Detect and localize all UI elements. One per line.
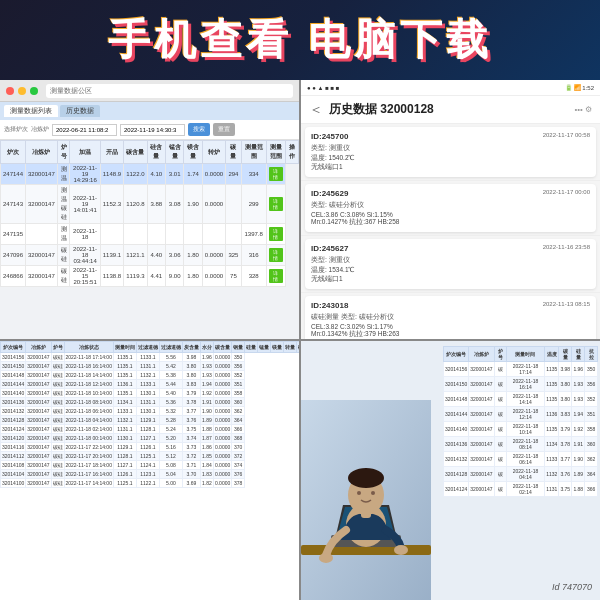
- table-row: 3201414032000147碳硅2022-11-18 10:14:00113…: [1, 389, 300, 398]
- id-text: Id 747070: [552, 582, 592, 592]
- table-row: 3201411632000147碳硅2022-11-17 22:14:00112…: [1, 443, 300, 452]
- person-table-view: 炉次编号冶炼炉炉号测量时间温度碳量硅量抗拉 3201415632000147碳2…: [301, 341, 600, 600]
- status-right: 🔋 📶 1:52: [565, 84, 594, 91]
- browser-dot-yellow: [18, 87, 26, 95]
- table-row: 3201410432000147碳硅2022-11-17 16:14:00112…: [1, 470, 300, 479]
- phone-header: ＜ 历史数据 32000128 ••• ⚙: [301, 96, 600, 124]
- table-row: 3201414832000147碳2022-11-18 14:1411353.8…: [444, 392, 598, 407]
- br-data-table: 炉次编号冶炼炉炉号测量时间温度碳量硅量抗拉 3201415632000147碳2…: [443, 346, 598, 497]
- table-row: 3201413632000147碳2022-11-18 08:1411343.7…: [444, 437, 598, 452]
- record-data2: 无线端口1: [311, 275, 590, 284]
- record-data1: 温度: 1540.2℃: [311, 154, 590, 163]
- phone-record-item[interactable]: ID:245629 2022-11-17 00:00 类型: 碳硅分析仪 CEL…: [305, 184, 596, 232]
- record-date: 2022-11-13 08:15: [543, 301, 590, 310]
- detail-button[interactable]: 详情: [269, 167, 284, 181]
- table-row: 3201414432000147碳硅2022-11-18 12:14:00113…: [1, 380, 300, 389]
- large-data-table-view: 炉次编号冶炼炉炉号冶炼状态测量时间过滤道德过滤道德炭含量水分碳含量钢量硅量锰量镁…: [0, 341, 299, 600]
- record-date: 2022-11-17 00:00: [543, 189, 590, 198]
- person-image: [301, 400, 431, 600]
- back-button[interactable]: ＜: [309, 101, 323, 119]
- record-data2: Mn:0.1342% 抗拉:379 HB:263: [311, 330, 590, 339]
- phone-header-icons: ••• ⚙: [574, 105, 592, 114]
- table-header-row: 炉次冶炼炉炉号加温开品碳含量硅含量锰含量镁含量转炉碳量测量范围测量范围操作: [1, 141, 299, 164]
- table-row: 3201410832000147碳硅2022-11-17 18:14:00112…: [1, 461, 300, 470]
- tab-history[interactable]: 历史数据: [60, 105, 100, 117]
- table-row: 3201414832000147碳硅2022-11-18 14:14:00113…: [1, 371, 300, 380]
- table-row: 3201412032000147碳硅2022-11-18 00:14:00113…: [1, 434, 300, 443]
- detail-button[interactable]: 详情: [269, 248, 284, 262]
- data-table: 炉次冶炼炉炉号加温开品碳含量硅含量锰含量镁含量转炉碳量测量范围测量范围操作 24…: [0, 140, 299, 287]
- table-row: 3201412432000147碳硅2022-11-18 02:14:00113…: [1, 425, 300, 434]
- table-row: 3201413632000147碳硅2022-11-18 08:14:00113…: [1, 398, 300, 407]
- svg-point-10: [371, 491, 375, 495]
- phone-record-item[interactable]: ID:243018 2022-11-13 08:15 碳硅测量 类型: 碳硅分析…: [305, 296, 596, 339]
- record-type: 类型: 测重仪: [311, 255, 590, 265]
- record-type: 类型: 碳硅分析仪: [311, 200, 590, 210]
- phone-title: 历史数据 32000128: [329, 101, 434, 118]
- svg-point-9: [357, 491, 361, 495]
- br-table-overlay: 炉次编号冶炼炉炉号测量时间温度碳量硅量抗拉 3201415632000147碳2…: [443, 346, 598, 497]
- record-data1: CEL:3.86 C:3.08% Si:1.15%: [311, 211, 590, 218]
- phone-status-bar: ● ● ▲ ■ ■ ■ 🔋 📶 1:52: [301, 80, 600, 96]
- record-id: ID:245627: [311, 244, 348, 253]
- reset-button[interactable]: 重置: [213, 123, 235, 136]
- record-type: 类型: 测重仪: [311, 143, 590, 153]
- bl-table-wrap: 炉次编号冶炼炉炉号冶炼状态测量时间过滤道德过滤道德炭含量水分碳含量钢量硅量锰量镁…: [0, 341, 299, 600]
- top-banner: 手机查看 电脑下载: [0, 0, 600, 80]
- table-row: 3201414432000147碳2022-11-18 12:1411363.8…: [444, 407, 598, 422]
- detail-button[interactable]: 详情: [269, 269, 284, 283]
- bl-header-row: 炉次编号冶炼炉炉号冶炼状态测量时间过滤道德过滤道德炭含量水分碳含量钢量硅量锰量镁…: [1, 342, 300, 353]
- url-text: 测量数据公区: [50, 86, 92, 96]
- filter-label-furnace: 选择炉次: [4, 125, 28, 134]
- phone-record-item[interactable]: ID:245700 2022-11-17 00:58 类型: 测重仪 温度: 1…: [305, 127, 596, 177]
- banner-text: 手机查看 电脑下载: [108, 12, 492, 68]
- svg-point-11: [319, 553, 333, 563]
- tab-data-list[interactable]: 测量数据列表: [4, 105, 58, 117]
- table-row: 3201412832000147碳2022-11-18 04:1411323.7…: [444, 467, 598, 482]
- filter-label-smelting: 冶炼炉: [31, 125, 49, 134]
- date-input-1[interactable]: [52, 124, 117, 136]
- record-data2: Mn:0.1427% 抗拉:367 HB:258: [311, 218, 590, 227]
- bl-data-table: 炉次编号冶炼炉炉号冶炼状态测量时间过滤道德过滤道德炭含量水分碳含量钢量硅量锰量镁…: [0, 341, 299, 488]
- table-scroll-area: 炉次冶炼炉炉号加温开品碳含量硅含量锰含量镁含量转炉碳量测量范围测量范围操作 24…: [0, 140, 299, 287]
- record-id: ID:245629: [311, 189, 348, 198]
- table-row: 3201415032000147碳硅2022-11-18 16:14:00113…: [1, 362, 300, 371]
- br-table-body: 3201415632000147碳2022-11-18 17:1411353.9…: [444, 362, 598, 497]
- detail-button[interactable]: 详情: [269, 197, 284, 211]
- table-row: 3201410032000147碳硅2022-11-17 14:14:00112…: [1, 479, 300, 488]
- status-left: ● ● ▲ ■ ■ ■: [307, 85, 339, 91]
- record-id: ID:243018: [311, 301, 348, 310]
- table-row: 3201411232000147碳硅2022-11-17 20:14:00112…: [1, 452, 300, 461]
- br-header-row: 炉次编号冶炼炉炉号测量时间温度碳量硅量抗拉: [444, 347, 598, 362]
- table-row: 3201412432000147碳2022-11-18 02:1411313.7…: [444, 482, 598, 497]
- table-row: 3201412832000147碳硅2022-11-18 04:14:00113…: [1, 416, 300, 425]
- date-input-2[interactable]: [120, 124, 185, 136]
- detail-button[interactable]: 详情: [269, 227, 284, 241]
- phone-records-list: ID:245700 2022-11-17 00:58 类型: 测重仪 温度: 1…: [301, 124, 600, 339]
- table-row: 3201414032000147碳2022-11-18 10:1411353.7…: [444, 422, 598, 437]
- bl-table-body: 3201415632000147碳硅2022-11-18 17:14:00113…: [1, 353, 300, 488]
- record-data1: 温度: 1534.1℃: [311, 266, 590, 275]
- svg-point-12: [394, 545, 408, 555]
- table-body: 24714432000147测温2022-11-1914:29:161148.9…: [1, 164, 299, 287]
- browser-dot-red: [6, 87, 14, 95]
- svg-point-8: [348, 468, 384, 488]
- table-row: 3201413232000147碳硅2022-11-18 06:14:00113…: [1, 407, 300, 416]
- table-row: 3201413232000147碳2022-11-18 06:1411333.7…: [444, 452, 598, 467]
- record-id: ID:245700: [311, 132, 348, 141]
- browser-url: 测量数据公区: [46, 84, 293, 98]
- record-type: 碳硅测量 类型: 碳硅分析仪: [311, 312, 590, 322]
- table-row: 3201415632000147碳硅2022-11-18 17:14:00113…: [1, 353, 300, 362]
- record-data2: 无线端口1: [311, 163, 590, 172]
- desktop-table-view: 测量数据公区 测量数据列表 历史数据 选择炉次 冶炼炉 搜索 重置 炉次冶炼炉炉…: [0, 80, 299, 339]
- content-area: 测量数据公区 测量数据列表 历史数据 选择炉次 冶炼炉 搜索 重置 炉次冶炼炉炉…: [0, 80, 600, 600]
- search-button[interactable]: 搜索: [188, 123, 210, 136]
- record-data1: CEL:3.82 C:3.02% Si:1.17%: [311, 323, 590, 330]
- browser-bar: 测量数据公区: [0, 80, 299, 102]
- nav-tabs: 测量数据列表 历史数据: [0, 102, 299, 120]
- phone-record-item[interactable]: ID:245627 2022-11-16 23:58 类型: 测重仪 温度: 1…: [305, 239, 596, 289]
- table-row: 3201415632000147碳2022-11-18 17:1411353.9…: [444, 362, 598, 377]
- table-row: 3201415032000147碳2022-11-18 16:1411353.8…: [444, 377, 598, 392]
- browser-dot-green: [30, 87, 38, 95]
- filter-row: 选择炉次 冶炼炉 搜索 重置: [0, 120, 299, 140]
